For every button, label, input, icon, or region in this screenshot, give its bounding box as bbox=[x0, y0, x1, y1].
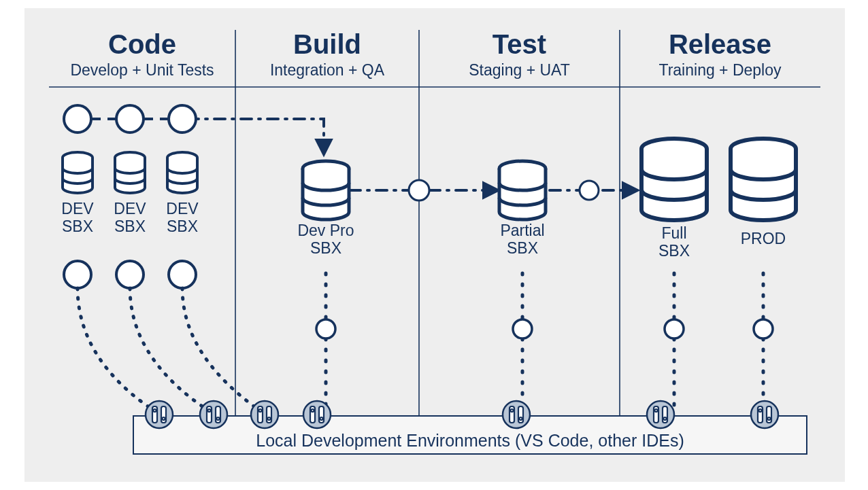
svg-point-14 bbox=[169, 105, 196, 133]
pipeline-flow bbox=[188, 119, 637, 190]
svg-point-13 bbox=[116, 105, 144, 133]
label-dev-sbx-3-line2: SBX bbox=[167, 217, 198, 235]
svg-point-29 bbox=[754, 319, 773, 338]
label-dev-sbx-2: DEV SBX bbox=[110, 200, 150, 236]
commit-nodes-bottom bbox=[64, 261, 196, 288]
label-dev-sbx-2-line1: DEV bbox=[114, 200, 146, 217]
stage-test-title: Test bbox=[419, 29, 620, 60]
svg-point-26 bbox=[316, 319, 335, 338]
label-partial-sbx: Partial SBX bbox=[482, 222, 563, 258]
env-link-nodes bbox=[316, 319, 773, 338]
label-partial-line1: Partial bbox=[500, 222, 544, 239]
stage-release-subtitle: Training + Deploy bbox=[620, 61, 820, 79]
full-sbx bbox=[641, 139, 707, 220]
label-full-sbx: Full SBX bbox=[640, 224, 708, 260]
label-dev-sbx-1-line1: DEV bbox=[61, 200, 93, 217]
dev-pro-sbx bbox=[303, 161, 349, 220]
svg-point-18 bbox=[580, 181, 599, 200]
svg-point-27 bbox=[513, 319, 532, 338]
label-full-line1: Full bbox=[661, 224, 686, 242]
pipeline-diagram: Code Develop + Unit Tests Build Integrat… bbox=[0, 0, 868, 490]
label-full-line2: SBX bbox=[658, 242, 690, 260]
svg-point-20 bbox=[116, 261, 144, 288]
label-dev-sbx-3-line1: DEV bbox=[166, 200, 198, 217]
local-dev-label: Local Development Environments (VS Code,… bbox=[133, 431, 807, 451]
label-prod-line1: PROD bbox=[741, 230, 786, 247]
svg-point-19 bbox=[64, 261, 91, 288]
svg-point-17 bbox=[409, 180, 429, 200]
label-dev-sbx-1: DEV SBX bbox=[57, 200, 98, 236]
svg-point-21 bbox=[169, 261, 196, 288]
commit-nodes-top bbox=[64, 105, 196, 133]
label-dev-sbx-2-line2: SBX bbox=[114, 217, 146, 235]
dev-sbx-1 bbox=[63, 152, 93, 193]
label-dev-pro-line2: SBX bbox=[310, 239, 341, 257]
prod-db bbox=[731, 139, 796, 220]
label-prod: PROD bbox=[729, 230, 797, 247]
env-to-ide-links bbox=[326, 273, 763, 413]
dev-sbx-3 bbox=[167, 152, 197, 193]
label-dev-sbx-1-line2: SBX bbox=[62, 217, 93, 235]
svg-point-28 bbox=[665, 319, 684, 338]
label-dev-pro-line1: Dev Pro bbox=[297, 222, 354, 239]
svg-point-12 bbox=[64, 105, 91, 133]
diagram-svg bbox=[24, 8, 845, 482]
stage-code-title: Code bbox=[49, 29, 235, 60]
stage-test-subtitle: Staging + UAT bbox=[419, 61, 620, 79]
stage-release-title: Release bbox=[620, 29, 820, 60]
label-dev-pro-sbx: Dev Pro SBX bbox=[285, 222, 367, 258]
stage-code-subtitle: Develop + Unit Tests bbox=[49, 61, 235, 79]
partial-sbx bbox=[499, 161, 546, 220]
stage-build-subtitle: Integration + QA bbox=[235, 61, 419, 79]
label-partial-line2: SBX bbox=[507, 239, 538, 257]
dev-sbx-2 bbox=[115, 152, 145, 193]
diagram-canvas: Code Develop + Unit Tests Build Integrat… bbox=[24, 8, 845, 482]
stage-build-title: Build bbox=[235, 29, 419, 60]
label-dev-sbx-3: DEV SBX bbox=[162, 200, 203, 236]
